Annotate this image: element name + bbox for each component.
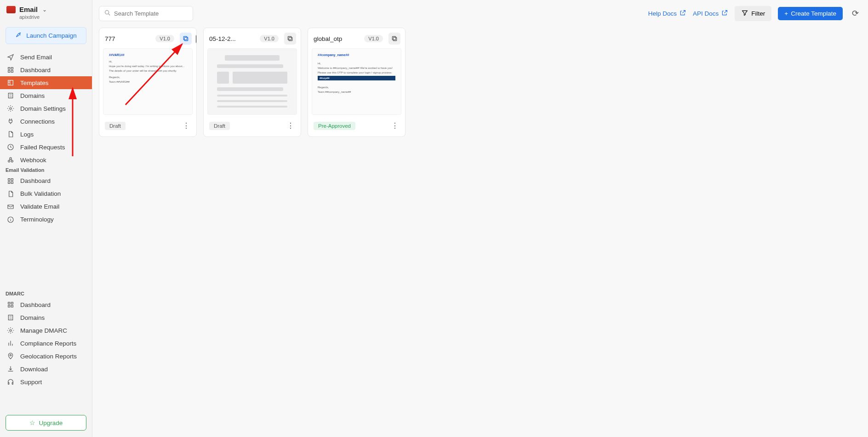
svg-point-8 — [8, 160, 10, 162]
sidebar-item-ev-dashboard[interactable]: Dashboard — [0, 175, 92, 187]
grid-icon — [6, 177, 15, 185]
svg-rect-20 — [11, 302, 13, 304]
sidebar-item-dmarc-domains[interactable]: Domains — [0, 311, 92, 324]
star-icon: ☆ — [29, 419, 35, 426]
template-title: 777 — [105, 35, 115, 42]
sidebar-item-label: Domains — [20, 314, 45, 321]
sidebar-item-domains[interactable]: Domains — [0, 89, 92, 102]
template-card[interactable]: 05-12-2...V1.0Draft⋮ — [203, 28, 301, 137]
template-card[interactable]: global_otpV1.0##company_name##Hi,Welcome… — [308, 28, 405, 137]
filter-button[interactable]: Filter — [735, 6, 771, 21]
sidebar-item-bulk-validation[interactable]: Bulk Validation — [0, 187, 92, 200]
external-link-icon — [721, 9, 728, 18]
sidebar-item-send-email[interactable]: Send Email — [0, 51, 92, 63]
launch-label: Launch Campaign — [26, 32, 77, 39]
sidebar-item-validate-email[interactable]: Validate Email — [0, 200, 92, 213]
help-docs-link[interactable]: Help Docs — [648, 9, 686, 18]
section-header-dmarc: DMARC — [0, 286, 92, 298]
topbar: Help Docs API Docs Filter + Create Templ… — [92, 0, 868, 27]
plug-icon — [6, 117, 15, 125]
sidebar-item-connections[interactable]: Connections — [0, 115, 92, 128]
sidebar-item-label: Domains — [20, 92, 45, 99]
section-header-validation: Email Validation — [0, 163, 92, 175]
building-icon — [6, 313, 15, 322]
plus-icon: + — [784, 10, 788, 17]
copy-template-id-button[interactable] — [180, 33, 192, 45]
nav-dmarc: DashboardDomainsManage DMARCCompliance R… — [0, 298, 92, 410]
sidebar-item-download[interactable]: Download — [0, 363, 92, 375]
create-template-button[interactable]: + Create Template — [778, 7, 843, 20]
refresh-icon[interactable]: ⟳ — [849, 6, 862, 21]
filter-label: Filter — [751, 10, 765, 17]
sidebar-item-terminology[interactable]: Terminology — [0, 213, 92, 226]
copy-template-id-button[interactable] — [284, 33, 296, 45]
mail-icon — [6, 203, 15, 211]
svg-rect-15 — [8, 182, 10, 183]
sidebar-item-dmarc-dashboard[interactable]: Dashboard — [0, 298, 92, 311]
sidebar-item-dashboard[interactable]: Dashboard — [0, 63, 92, 76]
create-label: Create Template — [791, 10, 836, 17]
svg-rect-21 — [8, 306, 10, 307]
upgrade-button[interactable]: ☆ Upgrade — [6, 415, 86, 431]
svg-point-28 — [105, 10, 109, 14]
template-preview: ##company_name##Hi,Welcome to ##company_… — [312, 48, 401, 115]
brand-subtitle: apixdrive — [0, 14, 92, 24]
sidebar-item-label: Compliance Reports — [20, 340, 76, 347]
svg-rect-26 — [8, 383, 9, 385]
sidebar-item-label: Dashboard — [20, 301, 51, 308]
info-icon — [6, 216, 15, 224]
status-badge: Draft — [105, 122, 126, 130]
file-icon — [6, 130, 15, 138]
search-input[interactable] — [114, 10, 191, 17]
card-more-button[interactable]: ⋮ — [389, 120, 400, 131]
svg-rect-2 — [8, 70, 10, 72]
sidebar-item-label: Manage DMARC — [20, 327, 67, 334]
launch-campaign-button[interactable]: Launch Campaign — [6, 27, 86, 44]
building-icon — [6, 91, 15, 100]
template-title: 05-12-2... — [209, 35, 236, 42]
gear-icon — [6, 104, 15, 113]
brand-switcher[interactable]: Email ⌄ — [0, 6, 92, 14]
sidebar-item-label: Logs — [20, 131, 34, 138]
download-icon — [6, 365, 15, 373]
sidebar-item-support[interactable]: Support — [0, 375, 92, 388]
template-card[interactable]: 777V1.0Copy template ID##VAR1##Hi,Hope y… — [99, 28, 197, 137]
sidebar-item-geolocation-reports[interactable]: Geolocation Reports — [0, 350, 92, 363]
svg-rect-19 — [8, 302, 10, 304]
sidebar-item-webhook[interactable]: Webhook — [0, 153, 92, 163]
card-more-button[interactable]: ⋮ — [285, 120, 296, 131]
copy-template-id-button[interactable] — [388, 33, 400, 45]
help-docs-label: Help Docs — [648, 10, 677, 17]
sidebar-item-label: Dashboard — [20, 177, 51, 184]
gear-icon — [6, 326, 15, 335]
nav-main: Send EmailDashboardTemplatesDomainsDomai… — [0, 51, 92, 163]
sidebar-item-label: Templates — [20, 79, 49, 86]
svg-rect-16 — [11, 182, 13, 183]
sidebar-item-compliance-reports[interactable]: Compliance Reports — [0, 337, 92, 350]
card-more-button[interactable]: ⋮ — [181, 120, 192, 131]
search-icon — [104, 9, 111, 18]
template-preview: ##VAR1##Hi,Hope you're doing well today.… — [103, 48, 193, 115]
svg-rect-27 — [12, 383, 13, 385]
svg-rect-31 — [289, 37, 292, 40]
status-badge: Draft — [209, 122, 230, 130]
file-icon — [6, 190, 15, 198]
sidebar-item-manage-dmarc[interactable]: Manage DMARC — [0, 324, 92, 337]
sidebar-item-domain-settings[interactable]: Domain Settings — [0, 102, 92, 115]
sidebar-item-failed-requests[interactable]: Failed Requests — [0, 141, 92, 153]
sidebar-item-logs[interactable]: Logs — [0, 128, 92, 141]
template-preview — [207, 48, 297, 115]
brand-title: Email — [19, 6, 38, 13]
sidebar: Email ⌄ apixdrive Launch Campaign Send E… — [0, 0, 92, 437]
sidebar-item-label: Webhook — [20, 157, 46, 163]
svg-rect-13 — [8, 178, 10, 180]
sidebar-item-templates[interactable]: Templates — [0, 76, 92, 89]
search-box[interactable] — [99, 6, 193, 21]
nav-validation: DashboardBulk ValidationValidate EmailTe… — [0, 175, 92, 287]
sidebar-item-label: Support — [20, 379, 42, 386]
api-docs-link[interactable]: API Docs — [693, 9, 728, 18]
sidebar-item-label: Validate Email — [20, 203, 59, 210]
pin-icon — [6, 352, 15, 360]
svg-point-6 — [10, 108, 11, 109]
svg-rect-23 — [8, 315, 12, 320]
